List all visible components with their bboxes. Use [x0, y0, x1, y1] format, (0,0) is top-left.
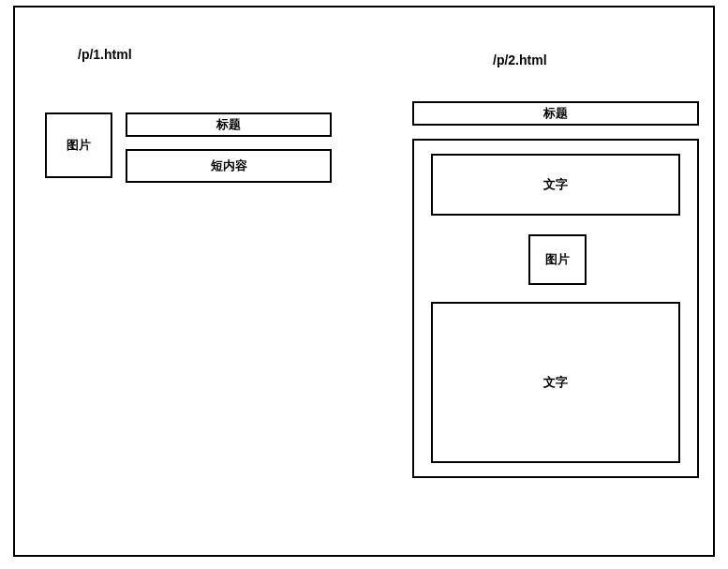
right-text-top: 文字: [431, 154, 680, 216]
right-image-placeholder: 图片: [528, 234, 587, 285]
right-text-bottom: 文字: [431, 302, 680, 463]
left-title-box: 标题: [126, 112, 332, 137]
right-title-box: 标题: [412, 101, 699, 126]
diagram-frame: /p/1.html /p/2.html 图片 标题 短内容 标题 文字 图片 文…: [13, 6, 715, 557]
left-shortcontent-box: 短内容: [126, 149, 332, 183]
left-image-placeholder: 图片: [45, 112, 112, 178]
left-path-label: /p/1.html: [78, 47, 132, 62]
right-path-label: /p/2.html: [493, 52, 547, 67]
right-content-container: 文字 图片 文字: [412, 139, 699, 478]
